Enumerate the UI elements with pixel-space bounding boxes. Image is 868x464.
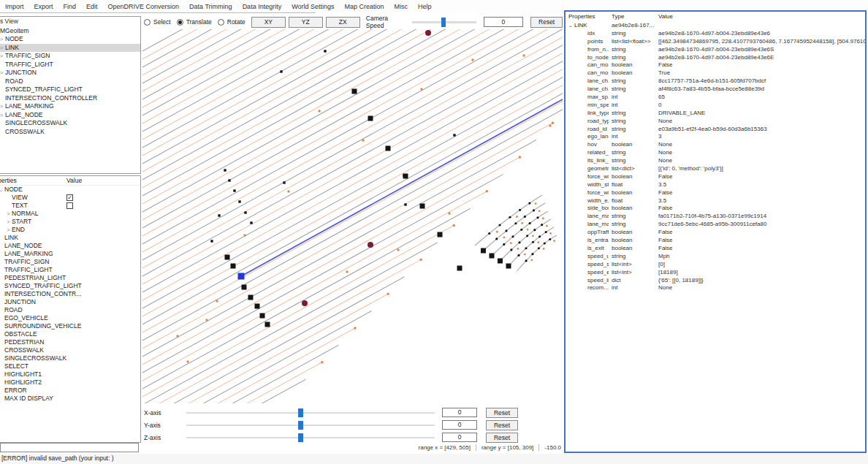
- z-axis-slider-handle[interactable]: [298, 433, 303, 442]
- props-row-end[interactable]: >END: [0, 226, 140, 234]
- menu-item-data-trimming[interactable]: Data Trimming: [184, 1, 237, 12]
- chevron-right-icon[interactable]: >: [5, 226, 12, 234]
- props-row-synced-traffic-light[interactable]: SYNCED_TRAFFIC_LIGHT: [0, 282, 140, 290]
- props-row-pedestrian-light[interactable]: PEDESTRIAN_LIGHT: [0, 274, 140, 282]
- props-row-intersection-contr[interactable]: INTERSECTION_CONTR...: [0, 290, 140, 298]
- props-row-ego-vehicle[interactable]: EGO_VEHICLE: [0, 314, 140, 322]
- tree-item-road[interactable]: ROAD: [0, 77, 140, 86]
- inspector-row-related[interactable]: related_...stringNone: [566, 149, 865, 157]
- mode-radio-rotate[interactable]: Rotate: [218, 18, 245, 26]
- inspector-row-max-sp[interactable]: max_sp...int65: [566, 94, 865, 102]
- props-row-traffic-light[interactable]: TRAFFIC_LIGHT: [0, 266, 140, 274]
- inspector-row-road-type[interactable]: road_typestringNone: [566, 118, 865, 126]
- tree-item-node[interactable]: >NODE: [0, 35, 140, 44]
- chevron-right-icon[interactable]: >: [0, 69, 5, 77]
- map-viewport[interactable]: [142, 29, 563, 403]
- chevron-right-icon[interactable]: >: [0, 102, 5, 111]
- menu-item-edit[interactable]: Edit: [81, 1, 103, 12]
- x-axis-reset-button[interactable]: Reset: [486, 408, 518, 418]
- z-axis-slider[interactable]: [186, 437, 435, 438]
- inspector-row-is-exit[interactable]: is_exitbooleanFalse: [566, 245, 865, 253]
- tree-item-link[interactable]: >LINK: [0, 44, 140, 53]
- menu-item-find[interactable]: Find: [58, 1, 82, 12]
- x-axis-value-input[interactable]: 0: [442, 408, 477, 417]
- checkbox-unchecked-icon[interactable]: [66, 202, 73, 209]
- tree-item-synced-traffic-light[interactable]: SYNCED_TRAFFIC_LIGHT: [0, 85, 140, 94]
- camera-speed-slider-handle[interactable]: [441, 18, 446, 27]
- plane-button-yz[interactable]: YZ: [289, 17, 323, 28]
- checkbox-checked-icon[interactable]: ✓: [66, 194, 73, 201]
- mode-radio-select[interactable]: Select: [144, 18, 171, 26]
- menu-item-map-creation[interactable]: Map Creation: [340, 1, 389, 12]
- props-row-traffic-sign[interactable]: TRAFFIC_SIGN: [0, 258, 140, 266]
- inspector-row-lane-ch[interactable]: lane_ch...stringaf4f8c63-7a83-4b55-bfaa-…: [566, 85, 865, 94]
- inspector-row-width-e[interactable]: width_e...float3.5: [566, 197, 865, 205]
- z-axis-value-input[interactable]: 0: [442, 433, 477, 442]
- inspector-row-hov[interactable]: hovbooleanNone: [566, 141, 865, 149]
- props-row-select[interactable]: SELECT: [0, 362, 140, 370]
- x-axis-slider[interactable]: [186, 412, 435, 414]
- props-row-error[interactable]: ERROR: [0, 387, 140, 395]
- props-row-surrounding-vehicle[interactable]: SURROUNDING_VEHICLE: [0, 322, 140, 330]
- inspector-row-min-spe[interactable]: min_spe...int0: [566, 102, 865, 110]
- camera-speed-value-input[interactable]: 0: [484, 17, 524, 27]
- menu-item-help[interactable]: Help: [413, 1, 437, 12]
- inspector-row-link-type[interactable]: link_typestringDRIVABLE_LANE: [566, 110, 865, 118]
- command-input-box[interactable]: [0, 443, 139, 452]
- y-axis-slider-handle[interactable]: [298, 421, 303, 430]
- menu-item-opendrive-conversion[interactable]: OpenDRIVE Conversion: [103, 1, 185, 12]
- inspector-row-is-entra[interactable]: is_entra...booleanFalse: [566, 237, 865, 245]
- inspector-row-can-mo[interactable]: can_mo...booleanTrue: [566, 69, 865, 77]
- menu-item-world-settings[interactable]: World Settings: [286, 1, 339, 12]
- inspector-row-from-n[interactable]: from_n...stringae94b2e8-1670-4d97-b004-2…: [566, 46, 865, 54]
- chevron-right-icon[interactable]: >: [0, 44, 5, 53]
- inspector-row-speed-list[interactable]: speed_listdict{'65': [[0, 18189]]}: [566, 277, 865, 285]
- y-axis-slider[interactable]: [186, 425, 435, 426]
- x-axis-slider-handle[interactable]: [298, 408, 303, 417]
- inspector-row-points[interactable]: pointslist<list<float>>[[462.34984734869…: [566, 38, 865, 46]
- props-row-junction[interactable]: JUNCTION: [0, 298, 140, 306]
- inspector-row-recom[interactable]: recom...intNone: [566, 284, 865, 292]
- tree-item-intersection-controller[interactable]: INTERSECTION_CONTROLLER: [0, 94, 140, 103]
- props-row-crosswalk[interactable]: CROSSWALK: [0, 346, 140, 354]
- menu-item-export[interactable]: Export: [29, 1, 58, 12]
- props-row-max-id-display[interactable]: MAX ID DISPLAY: [0, 395, 140, 403]
- tree-item-traffic-light[interactable]: TRAFFIC_LIGHT: [0, 61, 140, 69]
- props-row-link[interactable]: LINK: [0, 234, 140, 242]
- props-row-lane-node[interactable]: LANE_NODE: [0, 242, 140, 250]
- menu-item-import[interactable]: Import: [0, 1, 29, 12]
- props-row-pedestrian[interactable]: PEDESTRIAN: [0, 338, 140, 346]
- props-row-normal[interactable]: >NORMAL: [0, 210, 140, 218]
- props-row-node[interactable]: ⌄NODE: [0, 186, 140, 194]
- radio-icon[interactable]: [218, 19, 224, 26]
- inspector-row-geometry[interactable]: geometrylist<dict>[{'id': 0, 'method': '…: [566, 165, 865, 173]
- tree-item-crosswalk[interactable]: CROSSWALK: [0, 128, 140, 137]
- props-row-singlecrosswalk[interactable]: SINGLECROSSWALK: [0, 354, 140, 362]
- inspector-row-width-st[interactable]: width_st...float3.5: [566, 181, 865, 189]
- camera-speed-slider[interactable]: [412, 21, 476, 23]
- chevron-down-icon[interactable]: ⌄: [568, 23, 573, 28]
- chevron-right-icon[interactable]: >: [0, 52, 5, 61]
- inspector-row-lane-ch[interactable]: lane_ch...string8cc17757-751a-4e6d-b151-…: [566, 77, 865, 85]
- chevron-right-icon[interactable]: >: [5, 218, 12, 226]
- plane-button-xy[interactable]: XY: [251, 17, 286, 28]
- y-axis-value-input[interactable]: 0: [442, 420, 477, 430]
- inspector-row-its-link-id[interactable]: its_link_idstringNone: [566, 157, 865, 165]
- tree-item-lane-marking[interactable]: >LANE_MARKING: [0, 102, 140, 111]
- props-row-text[interactable]: TEXT: [0, 202, 140, 210]
- inspector-row-can-mo[interactable]: can_mo...booleanFalse: [566, 61, 865, 69]
- menu-item-data-integrity[interactable]: Data Integrity: [237, 1, 287, 12]
- tree-item-traffic-sign[interactable]: >TRAFFIC_SIGN: [0, 52, 140, 61]
- inspector-row-side-bor[interactable]: side_bor...booleanFalse: [566, 205, 865, 213]
- inspector-row-road-id[interactable]: road_idstringe03a9b51-ef2f-4ea0-b59d-60d…: [566, 126, 865, 134]
- inspector-row-idx[interactable]: idxstringae94b2e8-1670-4d97-b004-23ebd89…: [566, 30, 865, 38]
- props-row-lane-marking[interactable]: LANE_MARKING: [0, 250, 140, 258]
- inspector-root-row[interactable]: ⌄LINKae94b2e8-167...: [566, 22, 865, 30]
- inspector-row-speed-e[interactable]: speed_e...list<int>[18189]: [566, 269, 865, 277]
- inspector-row-force-wi[interactable]: force_wi...booleanFalse: [566, 189, 865, 197]
- props-row-obstacle[interactable]: OBSTACLE: [0, 330, 140, 338]
- inspector-row-force-wi[interactable]: force_wi...booleanFalse: [566, 173, 865, 181]
- menu-item-misc[interactable]: Misc: [389, 1, 414, 12]
- chevron-right-icon[interactable]: >: [0, 111, 5, 120]
- z-axis-reset-button[interactable]: Reset: [486, 433, 518, 443]
